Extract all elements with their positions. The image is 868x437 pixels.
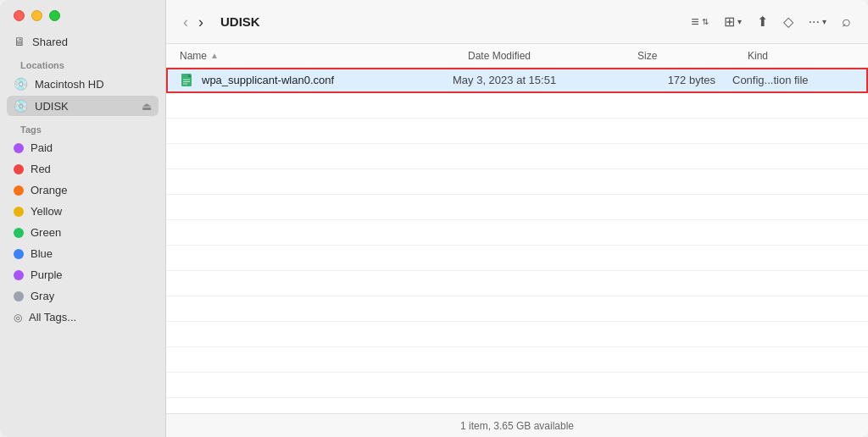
empty-row: [166, 271, 868, 296]
file-date: May 3, 2023 at 15:51: [453, 74, 622, 86]
eject-icon[interactable]: ⏏: [142, 100, 152, 113]
tag-all-tags-label: All Tags...: [29, 311, 76, 324]
sidebar-tag-purple[interactable]: Purple: [7, 265, 159, 285]
minimize-button[interactable]: [31, 10, 42, 21]
chevron-up-down-icon: ⇅: [702, 17, 709, 26]
search-icon: ⌕: [842, 13, 851, 30]
locations-title: Locations: [7, 53, 159, 74]
file-name: wpa_supplicant-wlan0.conf: [202, 74, 334, 86]
tag-blue-label: Blue: [31, 247, 53, 260]
tag-gray-label: Gray: [31, 290, 54, 302]
window-title: UDISK: [220, 14, 260, 29]
sidebar-item-macintosh-hd[interactable]: 💿 Macintosh HD: [7, 74, 159, 94]
sort-arrow-icon: ▲: [210, 51, 219, 60]
column-kind-label: Kind: [748, 50, 768, 62]
toolbar-right: ≡ ⇅ ⊞ ▾ ⬆ ◇ ··· ▾ ⌕: [687, 9, 854, 34]
sidebar-tag-green[interactable]: Green: [7, 223, 159, 242]
more-chevron-icon: ▾: [822, 17, 826, 26]
udisk-icon: 💿: [14, 99, 28, 113]
column-name-label: Name: [180, 50, 207, 62]
sidebar-item-shared-label: Shared: [32, 36, 68, 48]
more-button[interactable]: ··· ▾: [805, 11, 830, 33]
column-date-label: Date Modified: [468, 50, 531, 62]
harddisk-icon: 💿: [14, 77, 28, 91]
tag-paid-dot: [14, 143, 24, 153]
status-text: 1 item, 3.65 GB available: [460, 420, 574, 432]
sidebar-tag-orange[interactable]: Orange: [7, 180, 159, 200]
status-bar: 1 item, 3.65 GB available: [166, 413, 868, 437]
table-row[interactable]: wpa_supplicant-wlan0.conf May 3, 2023 at…: [166, 68, 868, 93]
tag-paid-label: Paid: [31, 141, 53, 154]
grid-chevron-icon: ▾: [737, 17, 742, 26]
tag-orange-dot: [14, 185, 24, 196]
nav-buttons: ‹ ›: [180, 13, 207, 31]
empty-row: [166, 220, 868, 246]
sidebar-item-macintosh-hd-label: Macintosh HD: [35, 78, 104, 91]
sidebar-locations-section: Locations 💿 Macintosh HD 💿 UDISK ⏏: [0, 53, 165, 118]
sidebar-shared-section: 🖥 Shared: [0, 31, 165, 53]
sidebar-tag-red[interactable]: Red: [7, 159, 159, 179]
empty-row: [166, 296, 868, 322]
sidebar-tags-section: Tags Paid Red Orange Yellow Green Blue P…: [0, 118, 165, 329]
tag-purple-label: Purple: [31, 268, 63, 281]
column-kind-header[interactable]: Kind: [748, 50, 854, 62]
tag-purple-dot: [14, 270, 24, 280]
tag-button[interactable]: ◇: [780, 10, 797, 33]
tags-title: Tags: [7, 118, 159, 138]
view-list-icon: ≡: [691, 14, 698, 30]
tag-orange-label: Orange: [31, 184, 67, 196]
sidebar-item-shared[interactable]: 🖥 Shared: [7, 31, 159, 52]
share-icon: ⬆: [757, 14, 768, 30]
empty-row: [166, 246, 868, 271]
conf-file-icon: [180, 73, 195, 88]
toolbar: ‹ › UDISK ≡ ⇅ ⊞ ▾ ⬆ ◇ ··· ▾ ⌕: [166, 0, 868, 44]
tag-icon: ◇: [783, 14, 793, 30]
svg-rect-3: [181, 74, 188, 77]
column-size-label: Size: [637, 50, 657, 62]
sidebar-item-udisk-label: UDISK: [35, 100, 69, 113]
sidebar-tag-blue[interactable]: Blue: [7, 244, 159, 263]
sidebar-tag-gray[interactable]: Gray: [7, 286, 159, 306]
view-list-button[interactable]: ≡ ⇅: [687, 11, 711, 33]
column-date-header[interactable]: Date Modified: [468, 50, 637, 62]
sidebar-tag-paid[interactable]: Paid: [7, 138, 159, 158]
more-icon: ···: [809, 14, 820, 30]
close-button[interactable]: [14, 10, 25, 21]
grid-icon: ⊞: [724, 14, 735, 30]
back-button[interactable]: ‹: [180, 13, 192, 31]
tag-green-dot: [14, 228, 24, 238]
sidebar-item-udisk[interactable]: 💿 UDISK ⏏: [7, 96, 159, 116]
empty-row: [166, 373, 868, 398]
empty-row: [166, 93, 868, 119]
empty-row: [166, 322, 868, 347]
shared-icon: 🖥: [14, 35, 25, 48]
file-list: wpa_supplicant-wlan0.conf May 3, 2023 at…: [166, 68, 868, 413]
tag-green-label: Green: [31, 226, 61, 239]
view-grid-button[interactable]: ⊞ ▾: [721, 10, 745, 33]
sidebar-tag-all-tags[interactable]: ◎ All Tags...: [7, 307, 159, 327]
empty-row: [166, 347, 868, 373]
file-kind: Config...tion file: [732, 74, 854, 86]
column-size-header[interactable]: Size: [637, 50, 748, 62]
tag-yellow-dot: [14, 207, 24, 217]
empty-row: [166, 195, 868, 220]
tag-red-label: Red: [31, 163, 51, 175]
tag-red-dot: [14, 164, 24, 174]
share-button[interactable]: ⬆: [754, 10, 771, 33]
empty-row: [166, 144, 868, 169]
sidebar-tag-yellow[interactable]: Yellow: [7, 202, 159, 221]
tag-gray-dot: [14, 291, 24, 301]
file-list-header: Name ▲ Date Modified Size Kind: [166, 44, 868, 68]
tag-yellow-label: Yellow: [31, 205, 62, 218]
sidebar: 🖥 Shared Locations 💿 Macintosh HD 💿 UDIS…: [0, 0, 166, 437]
empty-row: [166, 119, 868, 144]
main-content: ‹ › UDISK ≡ ⇅ ⊞ ▾ ⬆ ◇ ··· ▾ ⌕: [166, 0, 868, 437]
all-tags-icon: ◎: [14, 312, 22, 324]
search-button[interactable]: ⌕: [838, 9, 854, 34]
fullscreen-button[interactable]: [49, 10, 60, 21]
traffic-lights: [0, 10, 165, 31]
forward-button[interactable]: ›: [195, 13, 207, 31]
file-size: 172 bytes: [622, 74, 732, 86]
tag-blue-dot: [14, 249, 24, 259]
column-name-header[interactable]: Name ▲: [180, 50, 468, 62]
